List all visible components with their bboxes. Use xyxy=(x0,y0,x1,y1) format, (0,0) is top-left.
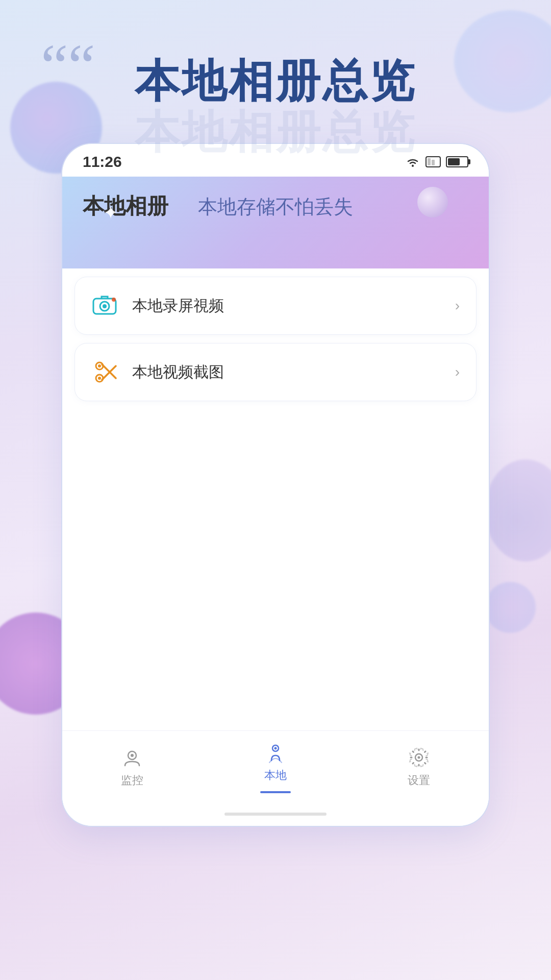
chevron-icon-screen-record: › xyxy=(455,298,460,314)
home-indicator xyxy=(224,813,327,816)
settings-icon xyxy=(408,746,430,769)
svg-point-19 xyxy=(418,756,420,759)
nav-item-monitor[interactable]: 监控 xyxy=(106,746,159,788)
svg-line-10 xyxy=(102,364,116,378)
svg-point-17 xyxy=(274,747,277,750)
svg-point-0 xyxy=(412,165,414,167)
phone-mockup: 11:26 xyxy=(61,143,490,827)
svg-point-15 xyxy=(131,754,134,757)
local-icon xyxy=(264,741,287,764)
svg-point-13 xyxy=(98,377,101,380)
phone-inner: 11:26 xyxy=(62,144,489,826)
nav-active-indicator xyxy=(260,791,291,793)
menu-item-video-screenshot[interactable]: 本地视频截图 › xyxy=(74,343,477,401)
nav-label-local: 本地 xyxy=(264,768,287,783)
nav-label-monitor: 监控 xyxy=(121,773,143,788)
menu-item-screen-record[interactable]: 本地录屏視频 › xyxy=(74,277,477,335)
phone-content: 本地录屏視频 › xyxy=(62,268,489,730)
screen-record-svg xyxy=(92,295,119,317)
nav-item-settings[interactable]: 设置 xyxy=(392,746,445,788)
phone-header: ✦ 本地相册 xyxy=(62,177,489,268)
chevron-icon-video-screenshot: › xyxy=(455,364,460,380)
scissors-svg xyxy=(92,359,119,385)
svg-line-11 xyxy=(102,366,116,380)
bg-blob-bottom-right xyxy=(485,582,536,633)
menu-item-text-video-screenshot: 本地视频截图 xyxy=(132,362,224,383)
svg-point-6 xyxy=(103,304,107,308)
screen-record-icon xyxy=(91,291,120,320)
main-title: 本地相册总览 xyxy=(31,51,520,112)
bottom-nav: 监控 本地 xyxy=(62,730,489,808)
subtitle: 本地存储不怕丢失 xyxy=(31,194,520,220)
scissors-icon xyxy=(91,358,120,386)
monitor-icon xyxy=(121,746,143,769)
menu-item-left-video-screenshot: 本地视频截图 xyxy=(91,358,224,386)
nav-item-local[interactable]: 本地 xyxy=(245,741,306,793)
menu-item-text-screen-record: 本地录屏視频 xyxy=(132,296,224,316)
menu-item-left-screen-record: 本地录屏視频 xyxy=(91,291,224,320)
svg-point-12 xyxy=(98,364,101,368)
bg-blob-right-mid xyxy=(485,459,551,561)
svg-point-7 xyxy=(112,298,116,302)
nav-label-settings: 设置 xyxy=(408,773,430,788)
